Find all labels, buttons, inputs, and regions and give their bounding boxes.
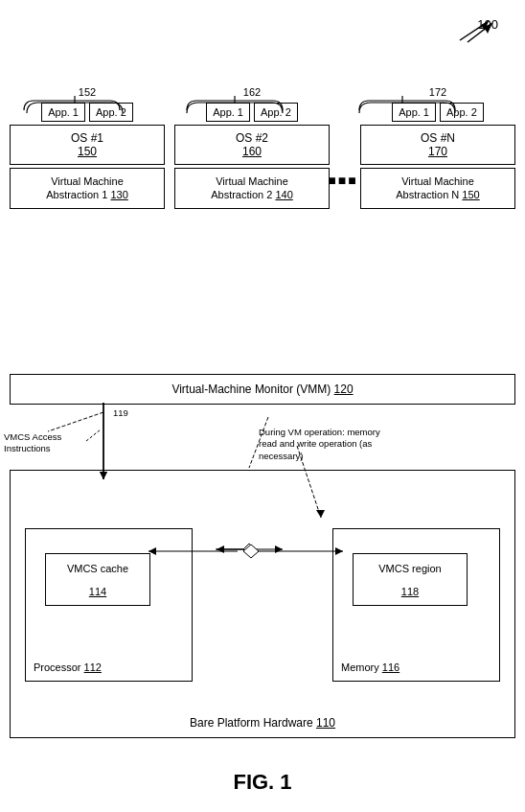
vmcs-cache-ref: 114 [89,586,106,597]
dots-separator: ■■■ [330,86,356,188]
vm-abs-box-1: Virtual MachineAbstraction 1 130 [10,168,165,209]
vmcs-cache-box: VMCS cache 114 [45,553,150,606]
os-box-2: OS #2 160 [174,125,330,165]
memory-label: Memory 116 [341,661,399,673]
memory-box: VMCS region 118 Memory 116 [332,528,500,682]
bracket-ref-2: 162 [243,86,261,98]
ref-100: 100 [477,17,498,32]
hardware-box: VMCS cache 114 Processor 112 VMCS region… [10,470,515,738]
os-box-3: OS #N 170 [360,125,515,165]
os-box-1: OS #1 150 [10,125,165,165]
vm-column-1: 152 App. 1 App. 2 OS #1 150 Virtual Mach… [10,86,165,209]
app2-box-3: App. 2 [440,103,484,122]
svg-line-13 [86,429,101,441]
vmm-label: Virtual-Machine Monitor (VMM) [171,383,331,396]
vmcs-region-box: VMCS region 118 [353,553,468,606]
vm-abs-box-2: Virtual MachineAbstraction 2 140 [174,168,330,209]
app2-box-1: App. 2 [89,103,133,122]
bracket-ref-1: 152 [79,86,96,98]
processor-box: VMCS cache 114 Processor 112 [25,528,193,682]
abs-ref-2: 140 [275,189,292,200]
vmcs-access-label: VMCS Access Instructions [4,431,85,455]
app1-box-1: App. 1 [41,103,85,122]
app-row-2: App. 1 App. 2 [206,103,298,122]
bracket-ref-3: 172 [429,86,446,98]
ref-119-label: 119 [113,407,128,419]
vmm-ref: 120 [334,383,354,396]
os-label-2: OS #2 [236,131,268,145]
diagram-container: 100 152 [0,0,525,812]
vmcs-region-label: VMCS region [378,563,441,574]
vmcs-region-ref: 118 [401,586,419,597]
vm-operation-label: During VM operation: memory read and wri… [259,427,393,462]
hardware-label: Bare Platform Hardware 110 [190,716,335,730]
os-ref-3: 170 [428,145,447,158]
figure-label: FIG. 1 [233,770,291,795]
vmcs-cache-label: VMCS cache [67,563,128,574]
svg-line-4 [48,412,103,431]
app1-box-3: App. 1 [392,103,436,122]
os-label-3: OS #N [421,131,455,145]
vm-abs-box-3: Virtual MachineAbstraction N 150 [360,168,515,209]
vmm-box: Virtual-Machine Monitor (VMM) 120 [10,374,515,405]
processor-label: Processor 112 [34,661,102,673]
os-label-1: OS #1 [71,131,103,145]
app1-box-2: App. 1 [206,103,250,122]
app-row-3: App. 1 App. 2 [392,103,484,122]
abs-ref-1: 130 [110,189,127,200]
os-ref-1: 150 [78,145,97,158]
abs-ref-3: 150 [462,189,479,200]
os-ref-2: 160 [242,145,262,158]
app-row-1: App. 1 App. 2 [41,103,133,122]
vm-column-2: 162 App. 1 App. 2 OS #2 160 Virtual Mach… [174,86,330,209]
app2-box-2: App. 2 [254,103,298,122]
vm-column-3: 172 App. 1 App. 2 OS #N 170 Virtual Mach… [360,86,515,209]
